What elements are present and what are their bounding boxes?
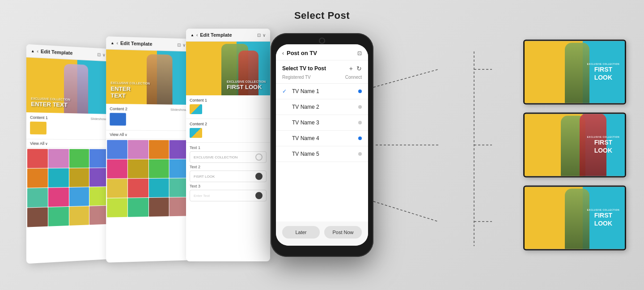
app-screen-2: ▲ ‹ Edit Template ⊡ ∨ EXCLUSIVE COLLECTI…: [106, 36, 190, 263]
screen1-main-image: EXCLUSIVE COLLECTION ENTER TEXT: [26, 57, 110, 114]
text1-label: Text 1: [190, 145, 267, 150]
phone-registered-tv: Registered TV Connect: [276, 74, 368, 84]
screen3-icon1[interactable]: ⊡: [257, 33, 261, 38]
svg-line-2: [373, 201, 438, 222]
tv-list-item[interactable]: ✓ TV Name 5: [276, 146, 368, 162]
later-button[interactable]: Later: [282, 226, 320, 239]
screen3-thumb1[interactable]: [190, 104, 202, 114]
gallery-cell[interactable]: [128, 140, 148, 159]
screen1-view-all[interactable]: View All ∨: [26, 139, 110, 148]
select-post-title: Select Post: [294, 10, 350, 21]
screen2-main-image: EXCLUSIVE COLLECTION ENTERTEXT: [106, 50, 190, 105]
gallery-cell[interactable]: [148, 197, 169, 217]
wifi-icon-2: ▲: [110, 41, 114, 45]
app-screen-1: ▲ ‹ Edit Template ⊡ ∨ EXCLUSIVE COLLECTI…: [26, 44, 110, 264]
text3-toggle[interactable]: [255, 192, 263, 199]
smartphone-notch: [319, 38, 325, 44]
tv-screen-container-3: EXCLUSIVE COLLECTION FIRSTLOOK: [523, 186, 626, 251]
gallery-cell[interactable]: [107, 140, 127, 159]
smartphone: ‹ Post on TV ⊡ Select TV to Post + ↻ Reg…: [271, 33, 373, 257]
text1-toggle[interactable]: [255, 154, 263, 161]
post-now-button[interactable]: Post Now: [324, 226, 362, 239]
tv-item-name: TV Name 5: [292, 151, 358, 157]
tv-screen-container-2: EXCLUSIVE COLLECTION FIRSTLOOK: [523, 113, 626, 178]
tv-check-placeholder: ✓: [282, 104, 288, 110]
phone-section-title: Select TV to Post + ↻: [276, 60, 368, 74]
tv-check-placeholder: ✓: [282, 119, 288, 126]
screen1-back[interactable]: ‹: [37, 49, 38, 54]
screen3-content1: Content 1: [186, 95, 270, 119]
phone-connect-label[interactable]: Connect: [345, 75, 362, 80]
tv-list-item[interactable]: ✓ TV Name 4: [276, 131, 368, 146]
screen2-back[interactable]: ‹: [117, 40, 118, 45]
tv-list-item[interactable]: ✓ TV Name 3: [276, 115, 368, 131]
tv3-sublabel: EXCLUSIVE COLLECTION: [587, 209, 619, 212]
gallery-cell[interactable]: [27, 188, 48, 208]
screen1-gallery: [26, 148, 110, 228]
screen2-content-thumb[interactable]: [110, 113, 126, 126]
screen2-view-all[interactable]: View All ∨: [106, 131, 190, 140]
gallery-cell[interactable]: [128, 159, 148, 178]
text3-field[interactable]: Enter Text: [190, 190, 267, 201]
gallery-cell[interactable]: [48, 188, 68, 207]
phone-refresh-button[interactable]: ↻: [356, 65, 362, 72]
screen2-overlay-text: EXCLUSIVE COLLECTION ENTERTEXT: [110, 81, 150, 100]
gallery-cell[interactable]: [128, 179, 148, 198]
tv-screens-group: EXCLUSIVE COLLECTION FIRSTLOOK EXCLUSIVE…: [523, 40, 626, 251]
gallery-cell[interactable]: [107, 159, 127, 179]
tv-list-item[interactable]: ✓ TV Name 2: [276, 99, 368, 115]
screen3-text-fields: Text 1 EXCLUSIVE COLLECTION Text 2 FISRT…: [186, 143, 270, 205]
phone-select-tv-label: Select TV to Post: [282, 65, 326, 72]
tv-item-name: TV Name 3: [292, 119, 358, 126]
screen1-content-thumb[interactable]: [30, 122, 47, 135]
screen3-thumb2[interactable]: [190, 128, 202, 138]
screen3-back[interactable]: ‹: [196, 33, 198, 38]
gallery-cell[interactable]: [128, 198, 148, 217]
screen3-icon2[interactable]: ∨: [263, 33, 266, 38]
screen3-content2: Content 2: [186, 119, 270, 143]
gallery-cell[interactable]: [148, 159, 169, 178]
screen2-title: Edit Template: [120, 40, 153, 47]
phone-back-button[interactable]: ‹: [282, 50, 284, 56]
tv1-label: FIRSTLOOK: [587, 65, 619, 81]
phone-section-icons: + ↻: [349, 65, 362, 72]
tv-screen-3: EXCLUSIVE COLLECTION FIRSTLOOK: [523, 186, 626, 251]
screen2-icon1[interactable]: ⊡: [177, 42, 181, 47]
gallery-cell[interactable]: [69, 149, 89, 168]
tv-screen-2: EXCLUSIVE COLLECTION FIRSTLOOK: [523, 113, 626, 178]
gallery-cell[interactable]: [27, 207, 48, 227]
gallery-cell[interactable]: [148, 140, 169, 159]
tv-status-dot: [358, 90, 362, 93]
phone-add-button[interactable]: +: [349, 65, 353, 72]
screen1-icon2[interactable]: ∨: [102, 52, 106, 57]
text2-toggle[interactable]: [255, 173, 263, 180]
gallery-cell[interactable]: [27, 168, 48, 188]
chevron-icon-1: ∨: [45, 141, 48, 145]
tv1-figure: [565, 43, 589, 103]
screen2-icon2[interactable]: ∨: [182, 43, 186, 47]
gallery-cell[interactable]: [148, 179, 169, 197]
text2-field[interactable]: FISRT LOOK: [190, 171, 267, 182]
gallery-cell[interactable]: [107, 198, 127, 218]
gallery-cell[interactable]: [69, 206, 89, 226]
screen1-overlay-text: EXCLUSIVE COLLECTION ENTER TEXT: [31, 97, 70, 109]
gallery-cell[interactable]: [48, 149, 68, 168]
tv3-figure: [565, 189, 589, 249]
screen3-thumb2-img: [190, 128, 202, 138]
gallery-cell[interactable]: [69, 187, 89, 206]
screen1-icon1[interactable]: ⊡: [97, 52, 101, 57]
screen2-header: ▲ ‹ Edit Template ⊡ ∨: [106, 36, 190, 51]
phone-close-button[interactable]: ⊡: [357, 50, 362, 56]
gallery-cell[interactable]: [69, 168, 89, 187]
screen3-main-image: EXCLUSIVE COLLECTION FIRST LOOK: [186, 42, 270, 95]
gallery-cell[interactable]: [48, 168, 68, 188]
gallery-cell[interactable]: [107, 179, 127, 198]
gallery-cell[interactable]: [27, 149, 48, 168]
tv2-label: FIRSTLOOK: [587, 138, 619, 154]
gallery-cell[interactable]: [48, 207, 68, 226]
tv-screen-container-1: EXCLUSIVE COLLECTION FIRSTLOOK: [523, 40, 626, 105]
tv-check-icon: ✓: [282, 88, 288, 94]
tv-list-item[interactable]: ✓ TV Name 1: [276, 84, 368, 99]
screen2-content-label: Content 2 Slideshow: [110, 107, 186, 112]
text1-field[interactable]: EXCLUSIVE COLLECTION: [190, 151, 267, 163]
